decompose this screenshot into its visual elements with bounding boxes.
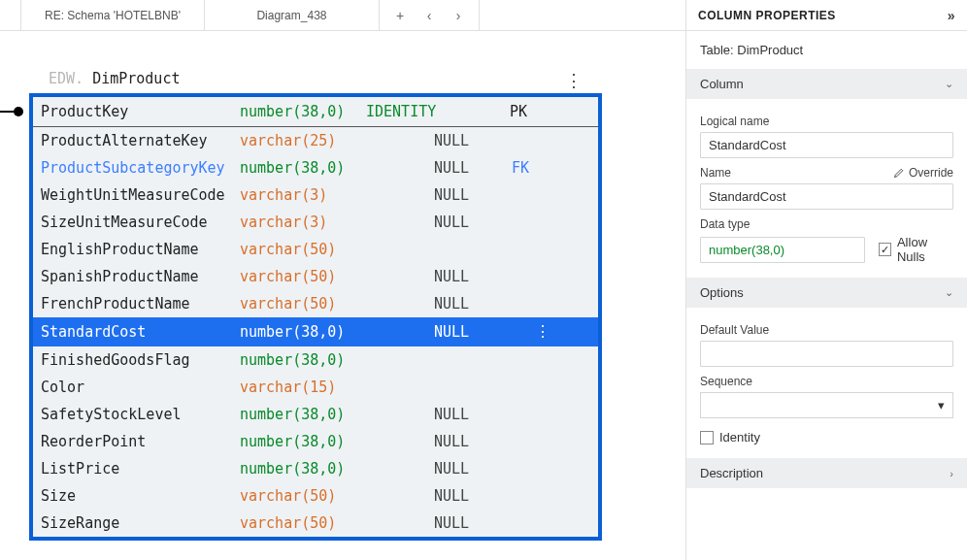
properties-panel: COLUMN PROPERTIES » Table: DimProduct Co… [685,0,967,560]
column-type: varchar(15) [240,376,366,399]
column-row[interactable]: Colorvarchar(15) [33,374,598,401]
column-null: NULL [434,511,512,535]
tab-actions: + ‹ › [380,0,480,30]
section-description-header[interactable]: Description › [686,458,967,488]
label-default-value: Default Value [700,323,953,337]
pk-identity: IDENTITY [366,103,453,120]
column-name: ProductSubcategoryKey [41,156,240,180]
column-name: SafetyStockLevel [41,403,240,426]
label-logical-name: Logical name [700,115,953,128]
panel-title: COLUMN PROPERTIES [698,9,836,22]
chevron-down-icon: ⌄ [945,286,953,299]
column-null: NULL [434,183,512,207]
column-row[interactable]: SizeRangevarchar(50)NULL [33,510,598,537]
column-null: NULL [434,457,512,480]
column-type: number(38,0) [240,457,366,480]
tab-schema[interactable]: RE: Schema 'HOTELBNB' [21,0,205,30]
column-name: Color [41,376,240,399]
panel-header: COLUMN PROPERTIES » [686,0,967,31]
column-type: varchar(3) [240,183,366,207]
column-null: NULL [434,265,512,288]
column-name: FrenchProductName [41,292,240,315]
chevron-down-icon: ⌄ [945,78,953,90]
column-type: varchar(50) [240,511,366,535]
column-null: NULL [434,403,512,426]
column-row[interactable]: StandardCostnumber(38,0)NULL⋮ [33,317,598,346]
column-row[interactable]: SizeUnitMeasureCodevarchar(3)NULL [33,209,598,236]
data-type-input[interactable] [700,237,865,263]
prev-tab-icon[interactable]: ‹ [418,5,440,26]
sequence-select[interactable]: ▾ [700,392,953,418]
column-null: NULL [434,320,512,344]
section-column-body: Logical name Name Override Data type ✓ A… [686,99,967,278]
label-name: Name Override [700,166,953,180]
schema-name: EDW. [49,70,83,87]
column-row[interactable]: EnglishProductNamevarchar(50) [33,236,598,263]
column-name: ProductAlternateKey [41,129,240,152]
column-name: SpanishProductName [41,265,240,288]
column-type: varchar(3) [240,211,366,234]
column-row[interactable]: ProductSubcategoryKeynumber(38,0)NULLFK [33,154,598,181]
override-button[interactable]: Override [893,166,953,180]
column-row[interactable]: Sizevarchar(50)NULL [33,482,598,510]
name-input[interactable] [700,183,953,210]
column-row[interactable]: FrenchProductNamevarchar(50)NULL [33,290,598,317]
default-value-input[interactable] [700,341,953,367]
column-row[interactable]: ReorderPointnumber(38,0)NULL [33,428,598,455]
checkbox-checked-icon: ✓ [879,243,891,256]
identity-checkbox[interactable]: Identity [700,430,953,445]
column-null: NULL [434,211,512,234]
chevron-right-icon: › [950,468,953,479]
column-null: NULL [434,129,512,152]
collapse-panel-icon[interactable]: » [948,8,955,23]
table-name: DimProduct [92,70,180,87]
section-options-body: Default Value Sequence ▾ Identity [686,308,967,458]
logical-name-input[interactable] [700,132,953,158]
column-null: NULL [434,156,512,180]
entity-menu-icon[interactable]: ⋮ [565,70,583,91]
column-row[interactable]: SpanishProductNamevarchar(50)NULL [33,263,598,290]
checkbox-icon [700,431,714,445]
column-name: EnglishProductName [41,238,240,261]
column-null: NULL [434,292,512,315]
relation-connector-icon[interactable] [14,107,23,116]
column-row[interactable]: WeightUnitMeasureCodevarchar(3)NULL [33,181,598,209]
column-type: varchar(50) [240,292,366,315]
column-name: SizeRange [41,511,240,535]
panel-subtitle: Table: DimProduct [686,31,967,69]
row-menu-icon[interactable]: ⋮ [512,319,550,345]
column-type: number(38,0) [240,430,366,453]
pk-badge: PK [453,103,531,120]
tab-bar: RE: Schema 'HOTELBNB' Diagram_438 + ‹ › [0,0,685,31]
diagram-canvas[interactable]: ⋮ EDW. DimProduct ProductKey number(38,0… [0,31,685,560]
column-type: number(38,0) [240,320,366,344]
entity-box[interactable]: ProductKey number(38,0) IDENTITY PK Prod… [29,93,602,541]
label-sequence: Sequence [700,375,953,388]
column-type: varchar(50) [240,484,366,508]
column-type: number(38,0) [240,403,366,426]
column-null: NULL [434,430,512,453]
column-type: varchar(50) [240,265,366,288]
column-name: ListPrice [41,457,240,480]
pk-row[interactable]: ProductKey number(38,0) IDENTITY PK [33,97,598,127]
column-name: Size [41,484,240,508]
pencil-icon [893,167,905,179]
dropdown-caret-icon: ▾ [938,398,945,412]
tab-diagram[interactable]: Diagram_438 [205,0,380,30]
add-tab-icon[interactable]: + [389,5,411,26]
pk-name: ProductKey [41,103,240,120]
column-type: varchar(25) [240,129,366,152]
allow-nulls-checkbox[interactable]: ✓ Allow Nulls [879,235,953,264]
column-row[interactable]: FinishedGoodsFlagnumber(38,0) [33,346,598,374]
column-name: WeightUnitMeasureCode [41,183,240,207]
column-type: varchar(50) [240,238,366,261]
fk-badge: FK [512,156,550,180]
column-row[interactable]: SafetyStockLevelnumber(38,0)NULL [33,401,598,428]
next-tab-icon[interactable]: › [448,5,469,26]
section-column-header[interactable]: Column ⌄ [686,69,967,99]
column-row[interactable]: ListPricenumber(38,0)NULL [33,455,598,482]
section-options-header[interactable]: Options ⌄ [686,278,967,308]
column-row[interactable]: ProductAlternateKeyvarchar(25)NULL [33,127,598,154]
column-name: SizeUnitMeasureCode [41,211,240,234]
column-null: NULL [434,484,512,508]
